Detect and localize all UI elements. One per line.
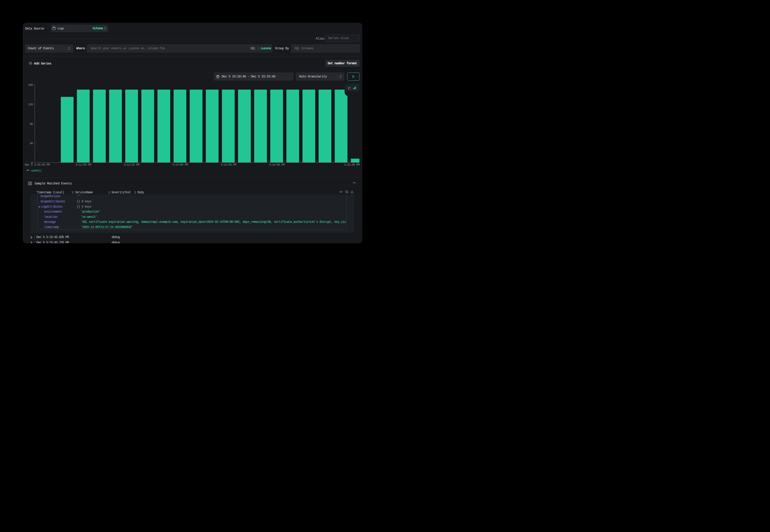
svg-text:3:14:30 PM: 3:14:30 PM <box>269 163 284 167</box>
svg-text:Dec 5 3:10:45 PM: Dec 5 3:10:45 PM <box>25 163 50 167</box>
svg-text:40: 40 <box>30 142 33 145</box>
svg-text:120: 120 <box>28 103 33 106</box>
svg-text:3:12:15 PM: 3:12:15 PM <box>124 163 139 167</box>
svg-text:160: 160 <box>28 83 33 87</box>
svg-text:3:11:30 PM: 3:11:30 PM <box>75 163 91 167</box>
svg-text:80: 80 <box>30 122 33 126</box>
svg-text:3:13:00 PM: 3:13:00 PM <box>172 163 188 167</box>
svg-text:count(): count() <box>31 169 42 172</box>
svg-text:3:13:45 PM: 3:13:45 PM <box>221 163 236 167</box>
svg-text:3:15:45 PM: 3:15:45 PM <box>344 163 359 167</box>
